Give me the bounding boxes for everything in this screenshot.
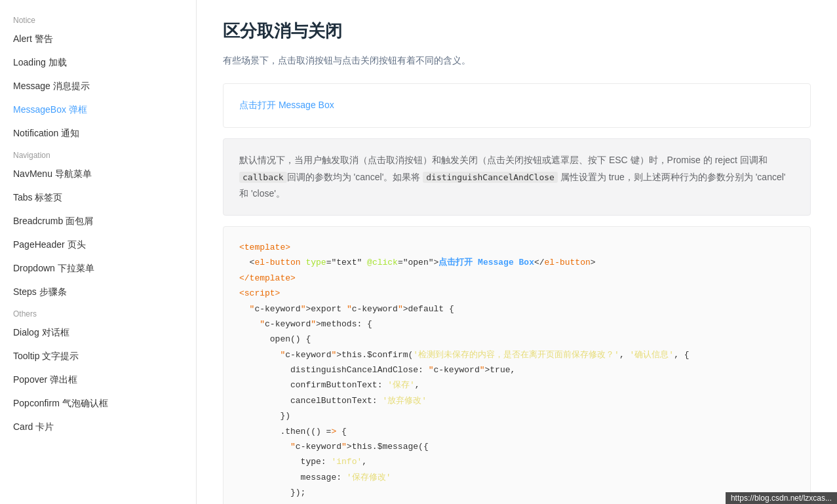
code-line: distinguishCancelAndClose: "c-keyword">t… — [239, 362, 794, 378]
code-line: .then(() => { — [239, 424, 794, 439]
sidebar-item-pageheader[interactable]: PageHeader 页头 — [0, 233, 196, 257]
sidebar-section-label: Notice — [0, 10, 196, 28]
sidebar-item-tabs[interactable]: Tabs 标签页 — [0, 186, 196, 210]
distinguish-code: distinguishCancelAndClose — [423, 172, 558, 183]
info-text-2: 回调的参数均为 'cancel'。如果将 — [287, 172, 421, 182]
demo-box: 点击打开 Message Box — [223, 83, 811, 128]
sidebar-item-navmenu[interactable]: NavMenu 导航菜单 — [0, 163, 196, 186]
code-line: <el-button type="text" @click="open">点击打… — [239, 255, 794, 270]
code-line: "c-keyword">export "c-keyword">default { — [239, 301, 794, 317]
code-line: confirmButtonText: '保存', — [239, 378, 794, 393]
code-block: <template> <el-button type="text" @click… — [223, 226, 811, 504]
page-description: 有些场景下，点击取消按钮与点击关闭按钮有着不同的含义。 — [223, 53, 811, 68]
code-line: </template> — [239, 271, 794, 286]
code-line: }) — [239, 408, 794, 423]
code-line: <script> — [239, 286, 794, 301]
code-line: "c-keyword">this.$confirm('检测到未保存的内容，是否在… — [239, 347, 794, 362]
sidebar-item-card[interactable]: Card 卡片 — [0, 416, 196, 439]
sidebar-item-message[interactable]: Message 消息提示 — [0, 75, 196, 98]
demo-link[interactable]: 点击打开 Message Box — [239, 100, 334, 110]
sidebar-section-label: Navigation — [0, 145, 196, 163]
sidebar-item-notification[interactable]: Notification 通知 — [0, 122, 196, 145]
sidebar: NoticeAlert 警告Loading 加载Message 消息提示Mess… — [0, 0, 197, 504]
sidebar-item-messagebox[interactable]: MessageBox 弹框 — [0, 98, 196, 122]
code-line: }); — [239, 485, 794, 500]
info-box: 默认情况下，当用户触发取消（点击取消按钮）和触发关闭（点击关闭按钮或遮罩层、按下… — [223, 138, 811, 216]
code-line: <template> — [239, 240, 794, 255]
code-line: "c-keyword">this.$message({ — [239, 439, 794, 454]
info-text-1: 默认情况下，当用户触发取消（点击取消按钮）和触发关闭（点击关闭按钮或遮罩层、按下… — [239, 155, 768, 165]
page-title: 区分取消与关闭 — [223, 20, 811, 43]
sidebar-item-breadcrumb[interactable]: Breadcrumb 面包屑 — [0, 210, 196, 233]
sidebar-section-label: Others — [0, 304, 196, 321]
sidebar-item-popover[interactable]: Popover 弹出框 — [0, 368, 196, 392]
url-bar: https://blog.csdn.net/lzxcas... — [726, 492, 837, 504]
callback-code: callback — [239, 172, 287, 183]
sidebar-item-steps[interactable]: Steps 步骤条 — [0, 281, 196, 304]
main-content: 区分取消与关闭 有些场景下，点击取消按钮与点击关闭按钮有着不同的含义。 点击打开… — [197, 0, 837, 504]
code-line: cancelButtonText: '放弃修改' — [239, 393, 794, 408]
sidebar-item-loading[interactable]: Loading 加载 — [0, 51, 196, 75]
code-line: "c-keyword">methods: { — [239, 317, 794, 332]
sidebar-item-tooltip[interactable]: Tooltip 文字提示 — [0, 345, 196, 368]
code-line: open() { — [239, 332, 794, 347]
code-line: type: 'info', — [239, 454, 794, 469]
sidebar-item-dropdown[interactable]: Dropdown 下拉菜单 — [0, 257, 196, 281]
sidebar-item-alert[interactable]: Alert 警告 — [0, 28, 196, 51]
sidebar-item-dialog[interactable]: Dialog 对话框 — [0, 321, 196, 345]
sidebar-item-popconfirm[interactable]: Popconfirm 气泡确认框 — [0, 392, 196, 416]
code-line: message: '保存修改' — [239, 470, 794, 485]
